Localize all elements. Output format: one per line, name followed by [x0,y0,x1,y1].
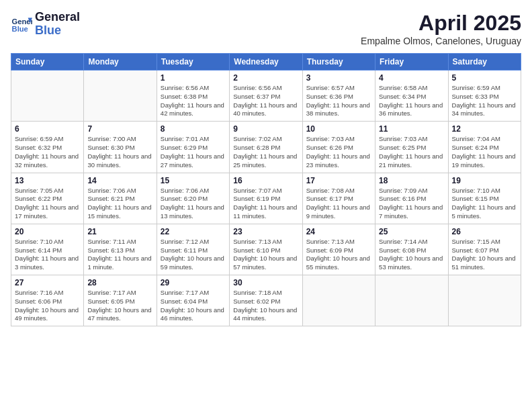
logo-line1: General [35,11,80,24]
cell-day-number: 6 [15,124,80,134]
cell-day-number: 13 [15,176,80,185]
cell-day-info: Sunrise: 6:58 AM Sunset: 6:34 PM Dayligh… [379,84,444,118]
calendar-cell: 25Sunrise: 7:14 AM Sunset: 6:08 PM Dayli… [375,224,448,275]
cell-day-number: 8 [161,124,226,134]
calendar-header-friday: Friday [375,54,448,71]
calendar-header-wednesday: Wednesday [230,54,302,71]
calendar-cell: 29Sunrise: 7:17 AM Sunset: 6:04 PM Dayli… [157,275,229,326]
cell-day-number: 27 [15,278,80,287]
logo-line2: Blue [35,24,80,38]
calendar-cell: 27Sunrise: 7:16 AM Sunset: 6:06 PM Dayli… [11,275,84,326]
calendar-header-thursday: Thursday [302,54,375,71]
calendar-header-tuesday: Tuesday [157,54,229,71]
cell-day-number: 16 [233,176,298,185]
cell-day-info: Sunrise: 7:04 AM Sunset: 6:24 PM Dayligh… [452,135,517,169]
cell-day-info: Sunrise: 7:03 AM Sunset: 6:25 PM Dayligh… [379,135,444,169]
calendar-cell [11,71,84,122]
cell-day-info: Sunrise: 7:00 AM Sunset: 6:30 PM Dayligh… [87,135,152,169]
calendar-cell: 8Sunrise: 7:01 AM Sunset: 6:29 PM Daylig… [157,122,229,173]
logo: General Blue General Blue [11,11,80,38]
month-title: April 2025 [361,11,521,36]
calendar-week-row: 20Sunrise: 7:10 AM Sunset: 6:14 PM Dayli… [11,224,521,275]
cell-day-info: Sunrise: 7:01 AM Sunset: 6:29 PM Dayligh… [161,135,226,169]
cell-day-number: 19 [452,176,517,185]
calendar-header-sunday: Sunday [11,54,84,71]
calendar-cell: 9Sunrise: 7:02 AM Sunset: 6:28 PM Daylig… [230,122,302,173]
cell-day-info: Sunrise: 7:09 AM Sunset: 6:16 PM Dayligh… [379,187,444,221]
cell-day-number: 24 [306,227,371,236]
cell-day-number: 23 [233,227,298,236]
cell-day-number: 9 [233,124,298,134]
cell-day-info: Sunrise: 7:05 AM Sunset: 6:22 PM Dayligh… [15,187,80,221]
cell-day-info: Sunrise: 7:13 AM Sunset: 6:09 PM Dayligh… [306,238,371,272]
calendar-cell: 17Sunrise: 7:08 AM Sunset: 6:17 PM Dayli… [302,173,375,224]
cell-day-number: 2 [233,73,298,83]
calendar-cell: 30Sunrise: 7:18 AM Sunset: 6:02 PM Dayli… [230,275,302,326]
calendar-cell: 3Sunrise: 6:57 AM Sunset: 6:36 PM Daylig… [302,71,375,122]
cell-day-number: 29 [161,278,226,287]
calendar-table: SundayMondayTuesdayWednesdayThursdayFrid… [11,53,521,326]
cell-day-number: 18 [379,176,444,185]
cell-day-number: 26 [452,227,517,236]
calendar-cell: 5Sunrise: 6:59 AM Sunset: 6:33 PM Daylig… [448,71,521,122]
calendar-cell: 13Sunrise: 7:05 AM Sunset: 6:22 PM Dayli… [11,173,84,224]
cell-day-info: Sunrise: 6:56 AM Sunset: 6:38 PM Dayligh… [161,84,226,118]
cell-day-number: 22 [161,227,226,236]
location-subtitle: Empalme Olmos, Canelones, Uruguay [361,36,521,46]
calendar-cell: 11Sunrise: 7:03 AM Sunset: 6:25 PM Dayli… [375,122,448,173]
cell-day-number: 15 [161,176,226,185]
cell-day-number: 1 [161,73,226,83]
cell-day-number: 14 [87,176,152,185]
svg-text:Blue: Blue [12,25,28,33]
cell-day-info: Sunrise: 6:57 AM Sunset: 6:36 PM Dayligh… [306,84,371,118]
cell-day-info: Sunrise: 6:59 AM Sunset: 6:32 PM Dayligh… [15,135,80,169]
calendar-header-monday: Monday [84,54,157,71]
cell-day-number: 25 [379,227,444,236]
cell-day-info: Sunrise: 6:59 AM Sunset: 6:33 PM Dayligh… [452,84,517,118]
calendar-week-row: 1Sunrise: 6:56 AM Sunset: 6:38 PM Daylig… [11,71,521,122]
calendar-cell: 14Sunrise: 7:06 AM Sunset: 6:21 PM Dayli… [84,173,157,224]
cell-day-info: Sunrise: 7:17 AM Sunset: 6:04 PM Dayligh… [161,289,226,323]
cell-day-info: Sunrise: 7:10 AM Sunset: 6:14 PM Dayligh… [15,238,80,272]
calendar-week-row: 6Sunrise: 6:59 AM Sunset: 6:32 PM Daylig… [11,122,521,173]
cell-day-info: Sunrise: 7:15 AM Sunset: 6:07 PM Dayligh… [452,238,517,272]
calendar-cell [302,275,375,326]
calendar-cell: 6Sunrise: 6:59 AM Sunset: 6:32 PM Daylig… [11,122,84,173]
calendar-cell: 28Sunrise: 7:17 AM Sunset: 6:05 PM Dayli… [84,275,157,326]
calendar-header-row: SundayMondayTuesdayWednesdayThursdayFrid… [11,54,521,71]
cell-day-number: 30 [233,278,298,287]
calendar-cell: 1Sunrise: 6:56 AM Sunset: 6:38 PM Daylig… [157,71,229,122]
cell-day-info: Sunrise: 7:06 AM Sunset: 6:21 PM Dayligh… [87,187,152,221]
logo-icon: General Blue [11,13,32,35]
cell-day-info: Sunrise: 7:14 AM Sunset: 6:08 PM Dayligh… [379,238,444,272]
calendar-cell: 2Sunrise: 6:56 AM Sunset: 6:37 PM Daylig… [230,71,302,122]
cell-day-info: Sunrise: 7:06 AM Sunset: 6:20 PM Dayligh… [161,187,226,221]
cell-day-number: 20 [15,227,80,236]
cell-day-info: Sunrise: 7:07 AM Sunset: 6:19 PM Dayligh… [233,187,298,221]
calendar-cell: 22Sunrise: 7:12 AM Sunset: 6:11 PM Dayli… [157,224,229,275]
calendar-cell: 18Sunrise: 7:09 AM Sunset: 6:16 PM Dayli… [375,173,448,224]
title-block: April 2025 Empalme Olmos, Canelones, Uru… [361,11,521,46]
cell-day-number: 5 [452,73,517,83]
calendar-cell [448,275,521,326]
calendar-cell [375,275,448,326]
cell-day-info: Sunrise: 6:56 AM Sunset: 6:37 PM Dayligh… [233,84,298,118]
calendar-week-row: 13Sunrise: 7:05 AM Sunset: 6:22 PM Dayli… [11,173,521,224]
cell-day-number: 4 [379,73,444,83]
cell-day-info: Sunrise: 7:10 AM Sunset: 6:15 PM Dayligh… [452,187,517,221]
calendar-cell: 23Sunrise: 7:13 AM Sunset: 6:10 PM Dayli… [230,224,302,275]
cell-day-number: 3 [306,73,371,83]
calendar-cell: 12Sunrise: 7:04 AM Sunset: 6:24 PM Dayli… [448,122,521,173]
calendar-cell: 21Sunrise: 7:11 AM Sunset: 6:13 PM Dayli… [84,224,157,275]
cell-day-info: Sunrise: 7:08 AM Sunset: 6:17 PM Dayligh… [306,187,371,221]
cell-day-number: 17 [306,176,371,185]
cell-day-info: Sunrise: 7:12 AM Sunset: 6:11 PM Dayligh… [161,238,226,272]
cell-day-number: 28 [87,278,152,287]
cell-day-info: Sunrise: 7:11 AM Sunset: 6:13 PM Dayligh… [87,238,152,272]
calendar-week-row: 27Sunrise: 7:16 AM Sunset: 6:06 PM Dayli… [11,275,521,326]
page-header: General Blue General Blue April 2025 Emp… [11,11,521,46]
logo-text: General Blue [35,11,80,38]
cell-day-number: 11 [379,124,444,134]
cell-day-info: Sunrise: 7:16 AM Sunset: 6:06 PM Dayligh… [15,289,80,323]
calendar-cell: 19Sunrise: 7:10 AM Sunset: 6:15 PM Dayli… [448,173,521,224]
